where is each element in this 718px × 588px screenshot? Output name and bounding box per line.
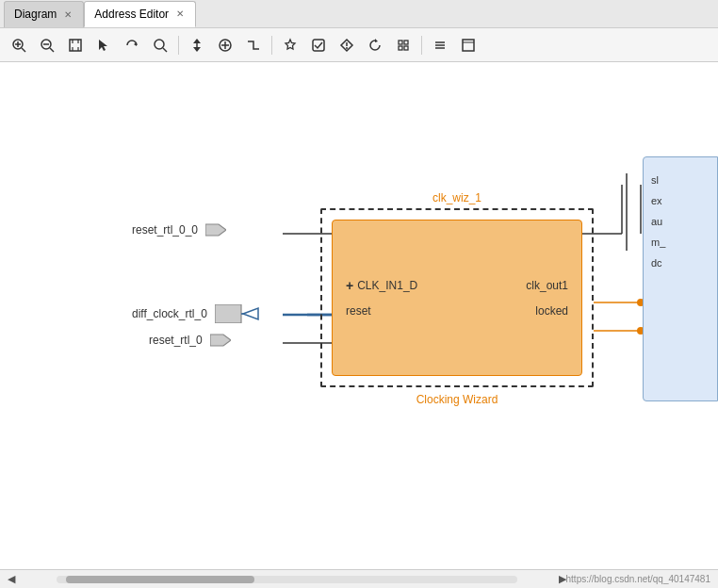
scrollbar-thumb[interactable] xyxy=(66,576,254,583)
clk-port-row-2: reset locked xyxy=(346,304,568,318)
svg-line-15 xyxy=(163,48,167,52)
config-button[interactable] xyxy=(390,32,416,58)
clk-expand-icon[interactable]: + xyxy=(346,278,353,293)
connect-button[interactable] xyxy=(240,32,267,58)
svg-point-25 xyxy=(346,47,348,49)
zoom-in-icon xyxy=(11,38,26,53)
scroll-left-btn[interactable]: ◀ xyxy=(8,573,15,585)
clk-wiz-type-label: Clocking Wizard xyxy=(416,393,498,406)
svg-marker-12 xyxy=(99,40,107,51)
add-wire-icon xyxy=(189,38,204,53)
tab-bar: Diagram ✕ Address Editor ✕ xyxy=(0,0,718,28)
auto-layout-button[interactable] xyxy=(427,32,453,58)
svg-point-14 xyxy=(155,40,164,49)
svg-marker-17 xyxy=(193,39,201,43)
toolbar xyxy=(0,28,718,62)
add-ip-icon xyxy=(218,38,233,53)
tab-address-editor-close[interactable]: ✕ xyxy=(174,8,186,20)
validate-icon xyxy=(311,38,326,53)
svg-line-1 xyxy=(22,48,25,52)
fit-window-button[interactable] xyxy=(455,32,481,58)
clk-wiz-block[interactable]: clk_wiz_1 + CLK_IN1_D clk_out1 reset loc… xyxy=(320,208,594,387)
separator-2 xyxy=(271,36,272,55)
right-port-m: m_ xyxy=(647,237,713,248)
port-diff-clock-rtl-0-label: diff_clock_rtl_0 xyxy=(132,307,207,320)
auto-layout-icon xyxy=(432,38,448,53)
fit-page-icon xyxy=(68,38,83,53)
fit-page-button[interactable] xyxy=(62,32,89,58)
clk-port-clk-in1-d-label: CLK_IN1_D xyxy=(357,279,417,292)
tab-diagram-label: Diagram xyxy=(14,8,57,21)
right-port-sl: sl xyxy=(647,174,713,186)
separator-3 xyxy=(421,36,422,55)
right-port-au: au xyxy=(647,216,713,227)
add-ip-button[interactable] xyxy=(212,32,238,58)
clk-port-left-2: reset xyxy=(346,304,371,318)
svg-rect-27 xyxy=(399,41,402,44)
svg-marker-13 xyxy=(134,42,137,46)
debug-button[interactable] xyxy=(334,32,360,58)
svg-rect-34 xyxy=(463,40,474,51)
separator-1 xyxy=(178,36,179,55)
port-reset-rtl-0-label: reset_rtl_0 xyxy=(149,334,203,347)
clk-port-clk-out1-label: clk_out1 xyxy=(526,279,568,292)
horizontal-scrollbar[interactable] xyxy=(57,576,517,583)
select-button[interactable] xyxy=(90,32,117,58)
svg-rect-7 xyxy=(70,40,81,51)
zoom-area-icon xyxy=(153,38,168,53)
tab-address-editor[interactable]: Address Editor ✕ xyxy=(84,1,196,27)
properties-icon xyxy=(283,38,298,53)
tab-address-editor-label: Address Editor xyxy=(94,8,169,21)
connect-icon xyxy=(246,38,261,53)
svg-rect-29 xyxy=(399,46,402,50)
scroll-right-btn[interactable]: ▶ xyxy=(559,573,566,585)
port-reset-rtl-0-symbol xyxy=(210,333,231,348)
tab-diagram[interactable]: Diagram ✕ xyxy=(4,1,84,27)
zoom-area-button[interactable] xyxy=(147,32,173,58)
clk-wiz-inner-block: + CLK_IN1_D clk_out1 reset locked xyxy=(332,220,582,376)
right-block-ports: sl ex au m_ dc xyxy=(644,167,717,276)
clk-port-left-1: + CLK_IN1_D xyxy=(346,278,417,293)
add-wire-button[interactable] xyxy=(184,32,210,58)
right-port-ex: ex xyxy=(647,195,713,206)
port-reset-rtl-0-0-label: reset_rtl_0_0 xyxy=(132,223,198,237)
properties-button[interactable] xyxy=(277,32,303,58)
right-port-dc: dc xyxy=(647,257,713,269)
svg-marker-26 xyxy=(375,39,378,42)
clk-port-right-1: clk_out1 xyxy=(526,279,568,292)
clk-wiz-instance-name: clk_wiz_1 xyxy=(432,191,481,204)
zoom-in-button[interactable] xyxy=(6,32,32,58)
refresh-button[interactable] xyxy=(362,32,388,58)
port-reset-rtl-0: reset_rtl_0 xyxy=(149,333,231,348)
rotate-icon xyxy=(124,38,139,53)
diff-clock-buffer-symbol xyxy=(215,304,262,323)
clk-port-row-1: + CLK_IN1_D clk_out1 xyxy=(346,278,568,293)
status-bar: ◀ ▶ https://blog.csdn.net/qq_40147481 xyxy=(0,569,718,588)
svg-rect-30 xyxy=(404,46,408,50)
tab-diagram-close[interactable]: ✕ xyxy=(62,8,73,21)
refresh-icon xyxy=(367,38,383,53)
canvas-area[interactable]: reset_rtl_0_0 diff_clock_rtl_0 reset_rtl… xyxy=(0,62,718,569)
svg-rect-49 xyxy=(215,304,241,323)
svg-rect-22 xyxy=(313,40,324,51)
svg-marker-50 xyxy=(243,308,258,319)
validate-button[interactable] xyxy=(305,32,332,58)
port-reset-rtl-0-0-symbol xyxy=(205,222,226,237)
status-url: https://blog.csdn.net/qq_40147481 xyxy=(566,574,710,584)
svg-marker-52 xyxy=(210,335,231,346)
rotate-button[interactable] xyxy=(119,32,145,58)
clk-port-right-2: locked xyxy=(535,304,568,318)
select-icon xyxy=(96,38,111,53)
port-diff-clock-rtl-0: diff_clock_rtl_0 xyxy=(132,304,262,323)
svg-marker-18 xyxy=(193,47,201,52)
config-icon xyxy=(396,38,411,53)
fit-window-icon xyxy=(461,38,476,53)
debug-icon xyxy=(339,38,354,53)
zoom-out-button[interactable] xyxy=(34,32,60,58)
clk-port-locked-label: locked xyxy=(535,304,568,318)
clk-port-reset-label: reset xyxy=(346,304,371,318)
zoom-out-icon xyxy=(40,38,55,53)
right-block[interactable]: sl ex au m_ dc xyxy=(643,156,718,401)
svg-line-5 xyxy=(50,48,54,52)
port-reset-rtl-0-0: reset_rtl_0_0 xyxy=(132,222,226,237)
